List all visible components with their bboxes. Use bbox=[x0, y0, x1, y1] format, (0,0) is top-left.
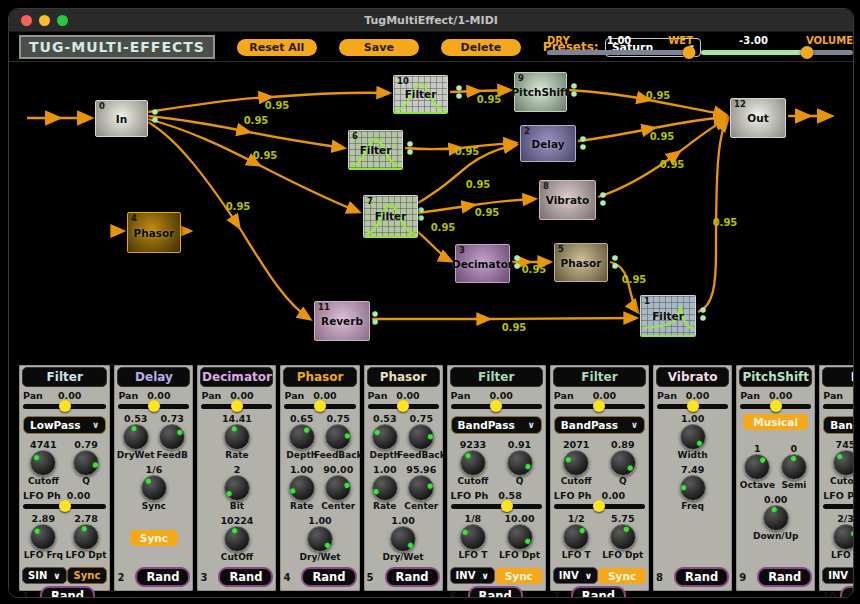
rand-button[interactable]: Rand bbox=[674, 567, 729, 587]
rand-button[interactable]: Rand bbox=[571, 586, 626, 598]
lfo-phase-slider-track[interactable] bbox=[823, 504, 854, 509]
rand-button[interactable]: Rand bbox=[135, 567, 190, 587]
pan-slider-knob[interactable] bbox=[148, 400, 160, 412]
pan-slider-knob[interactable] bbox=[59, 400, 71, 412]
lfo-phase-slider-track[interactable] bbox=[451, 504, 542, 509]
node-phasor-5[interactable]: 5Phasor bbox=[554, 243, 608, 282]
node-filter-7[interactable]: 7Filter bbox=[363, 195, 418, 238]
node-pitchshift-9[interactable]: 9PitchShift bbox=[514, 72, 567, 112]
filter-type-select[interactable]: LowPass∨ bbox=[23, 416, 106, 434]
rand-button[interactable]: Rand bbox=[385, 567, 440, 587]
drywet-track[interactable] bbox=[547, 50, 693, 55]
pan-slider-knob[interactable] bbox=[397, 400, 409, 412]
reset-all-button[interactable]: Reset All bbox=[237, 39, 317, 56]
filter-type-select[interactable]: BandPass∨ bbox=[554, 416, 645, 434]
lfo-phase-slider-knob[interactable] bbox=[59, 500, 71, 512]
knob-dial[interactable] bbox=[372, 475, 398, 501]
sync-button[interactable]: Sync bbox=[130, 530, 178, 546]
knob-dial[interactable] bbox=[325, 475, 351, 501]
pan-slider-track[interactable] bbox=[284, 404, 355, 409]
knob-dial[interactable] bbox=[224, 475, 250, 501]
pan-slider-track[interactable] bbox=[118, 404, 189, 409]
volume-track[interactable] bbox=[701, 50, 853, 55]
rand-button[interactable]: Rand bbox=[40, 586, 95, 598]
rand-button[interactable]: Rand bbox=[301, 567, 356, 587]
knob-dial[interactable] bbox=[30, 524, 56, 550]
lfo-phase-slider-track[interactable] bbox=[554, 504, 645, 509]
knob-dial[interactable] bbox=[680, 475, 706, 501]
lfo-phase-slider-knob[interactable] bbox=[501, 500, 513, 512]
knob-dial[interactable] bbox=[610, 524, 636, 550]
knob-dial[interactable] bbox=[325, 424, 351, 450]
lfo-phase-slider-knob[interactable] bbox=[593, 500, 605, 512]
filter-type-select[interactable]: BandPass∨ bbox=[823, 416, 854, 434]
pan-slider-track[interactable] bbox=[451, 404, 542, 409]
knob-dial[interactable] bbox=[289, 424, 315, 450]
rand-button[interactable]: Rand bbox=[468, 586, 523, 598]
lfo-phase-slider-track[interactable] bbox=[23, 504, 106, 509]
pan-slider-track[interactable] bbox=[554, 404, 645, 409]
knob-dial[interactable] bbox=[763, 505, 789, 531]
knob-dial[interactable] bbox=[744, 454, 770, 480]
node-out-12[interactable]: 12Out bbox=[730, 98, 786, 138]
sync-button[interactable]: Sync bbox=[67, 567, 108, 584]
delete-button[interactable]: Delete bbox=[441, 39, 521, 56]
waveform-select[interactable]: INV∨ bbox=[450, 567, 495, 584]
sync-button[interactable]: Sync bbox=[495, 568, 543, 584]
knob-dial[interactable] bbox=[30, 450, 56, 476]
node-reverb-11[interactable]: 11Reverb bbox=[314, 301, 370, 341]
filter-type-select[interactable]: BandPass∨ bbox=[451, 416, 542, 434]
knob-dial[interactable] bbox=[610, 450, 636, 476]
rand-button[interactable]: Rand bbox=[757, 567, 812, 587]
knob-dial[interactable] bbox=[73, 450, 99, 476]
node-vibrato-8[interactable]: 8Vibrato bbox=[539, 180, 596, 220]
waveform-select[interactable]: SIN∨ bbox=[22, 567, 67, 584]
waveform-select[interactable]: INV∨ bbox=[553, 567, 598, 584]
knob-dial[interactable] bbox=[289, 475, 315, 501]
pan-slider-track[interactable] bbox=[740, 404, 811, 409]
knob-dial[interactable] bbox=[460, 524, 486, 550]
waveform-select[interactable]: INV∨ bbox=[822, 567, 854, 584]
node-in-0[interactable]: 0In bbox=[95, 100, 148, 137]
pan-slider-knob[interactable] bbox=[770, 400, 782, 412]
knob-dial[interactable] bbox=[460, 450, 486, 476]
volume-knob[interactable] bbox=[801, 46, 814, 59]
knob-dial[interactable] bbox=[372, 424, 398, 450]
knob-dial[interactable] bbox=[123, 424, 149, 450]
pan-slider-track[interactable] bbox=[23, 404, 106, 409]
pan-slider-track[interactable] bbox=[368, 404, 439, 409]
node-filter-10[interactable]: 10Filter bbox=[393, 75, 448, 114]
drywet-knob[interactable] bbox=[682, 46, 695, 59]
knob-dial[interactable] bbox=[563, 450, 589, 476]
knob-dial[interactable] bbox=[408, 475, 434, 501]
pan-slider-knob[interactable] bbox=[231, 400, 243, 412]
knob-dial[interactable] bbox=[224, 526, 250, 552]
node-decimator-3[interactable]: 3Decimator bbox=[455, 244, 510, 283]
musical-button[interactable]: Musical bbox=[743, 414, 808, 430]
knob-dial[interactable] bbox=[224, 424, 250, 450]
node-phasor-4[interactable]: 4Phasor bbox=[127, 212, 181, 253]
knob-dial[interactable] bbox=[680, 424, 706, 450]
knob-dial[interactable] bbox=[408, 424, 434, 450]
node-delay-2[interactable]: 2Delay bbox=[520, 125, 576, 162]
pan-slider-track[interactable] bbox=[657, 404, 728, 409]
knob-dial[interactable] bbox=[390, 526, 416, 552]
knob-dial[interactable] bbox=[833, 450, 854, 476]
knob-dial[interactable] bbox=[507, 524, 533, 550]
pan-slider-track[interactable] bbox=[201, 404, 272, 409]
rand-button[interactable]: Rand bbox=[218, 567, 273, 587]
node-graph-canvas[interactable]: 0.950.950.950.950.950.950.950.950.950.95… bbox=[9, 61, 853, 358]
knob-dial[interactable] bbox=[159, 424, 185, 450]
pan-slider-knob[interactable] bbox=[687, 400, 699, 412]
node-filter-6[interactable]: 6Filter bbox=[348, 130, 403, 170]
knob-dial[interactable] bbox=[73, 524, 99, 550]
pan-slider-knob[interactable] bbox=[593, 400, 605, 412]
knob-dial[interactable] bbox=[833, 524, 854, 550]
pan-slider-knob[interactable] bbox=[314, 400, 326, 412]
knob-dial[interactable] bbox=[141, 475, 167, 501]
pan-slider-knob[interactable] bbox=[490, 400, 502, 412]
sync-button[interactable]: Sync bbox=[598, 568, 646, 584]
knob-dial[interactable] bbox=[307, 526, 333, 552]
knob-dial[interactable] bbox=[507, 450, 533, 476]
node-filter-1[interactable]: 1Filter bbox=[640, 295, 696, 337]
